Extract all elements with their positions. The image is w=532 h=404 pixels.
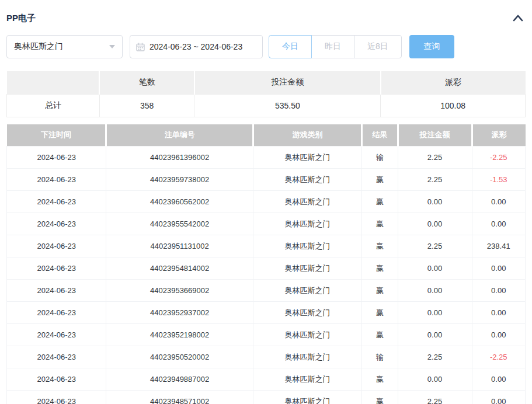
cell-game-category: 奥林匹斯之门 bbox=[253, 324, 361, 346]
table-row: 2024-06-2344023950520002奥林匹斯之门输2.25-2.25 bbox=[7, 346, 526, 368]
cell-bet-time: 2024-06-23 bbox=[7, 324, 106, 346]
table-row: 2024-06-2344023954814002奥林匹斯之门赢0.000.00 bbox=[7, 257, 526, 280]
cell-bet-amount: 2.25 bbox=[398, 391, 472, 404]
collapse-button[interactable] bbox=[510, 12, 526, 25]
cell-order-number: 44023951131002 bbox=[106, 235, 253, 257]
cell-order-number: 44023950520002 bbox=[106, 346, 253, 368]
cell-payout: 0.00 bbox=[472, 324, 526, 346]
date-range-input[interactable]: 2024-06-23 ~ 2024-06-23 bbox=[130, 35, 263, 58]
cell-order-number: 44023949887002 bbox=[106, 368, 253, 391]
tab-yesterday[interactable]: 昨日 bbox=[311, 35, 354, 58]
summary-total-label: 总计 bbox=[7, 94, 100, 117]
cell-result: 赢 bbox=[362, 235, 398, 257]
cell-payout: 0.00 bbox=[472, 391, 526, 404]
cell-bet-time: 2024-06-23 bbox=[7, 169, 106, 191]
cell-bet-time: 2024-06-23 bbox=[7, 213, 106, 235]
cell-bet-amount: 0.00 bbox=[398, 191, 472, 213]
table-row: 2024-06-2344023953669002奥林匹斯之门赢0.000.00 bbox=[7, 280, 526, 302]
cell-bet-time: 2024-06-23 bbox=[7, 191, 106, 213]
cell-order-number: 44023961396002 bbox=[106, 147, 253, 169]
search-button[interactable]: 查询 bbox=[409, 35, 454, 58]
cell-bet-amount: 0.00 bbox=[398, 280, 472, 302]
cell-result: 赢 bbox=[362, 213, 398, 235]
cell-bet-amount: 0.00 bbox=[398, 257, 472, 280]
cell-order-number: 44023952937002 bbox=[106, 302, 253, 324]
cell-bet-time: 2024-06-23 bbox=[7, 280, 106, 302]
cell-payout: 0.00 bbox=[472, 280, 526, 302]
table-row: 2024-06-2344023961396002奥林匹斯之门输2.25-2.25 bbox=[7, 147, 526, 169]
cell-payout: 0.00 bbox=[472, 302, 526, 324]
table-row: 2024-06-2344023959738002奥林匹斯之门赢2.25-1.53 bbox=[7, 169, 526, 191]
detail-header-cell: 注单编号 bbox=[106, 124, 253, 147]
cell-payout: 0.00 bbox=[472, 368, 526, 391]
table-row: 2024-06-2344023948571002奥林匹斯之门赢2.250.00 bbox=[7, 391, 526, 404]
calendar-icon bbox=[136, 43, 145, 51]
table-row: 2024-06-2344023949887002奥林匹斯之门赢0.000.00 bbox=[7, 368, 526, 391]
cell-result: 输 bbox=[362, 147, 398, 169]
detail-header-cell: 游戏类别 bbox=[253, 124, 361, 147]
table-row: 2024-06-2344023960562002奥林匹斯之门赢0.000.00 bbox=[7, 191, 526, 213]
cell-game-category: 奥林匹斯之门 bbox=[253, 213, 361, 235]
detail-header-cell: 派彩 bbox=[472, 124, 526, 147]
game-select[interactable]: 奥林匹斯之门 bbox=[6, 35, 123, 58]
cell-game-category: 奥林匹斯之门 bbox=[253, 346, 361, 368]
detail-table-body: 2024-06-2344023961396002奥林匹斯之门输2.25-2.25… bbox=[7, 147, 526, 404]
cell-bet-time: 2024-06-23 bbox=[7, 302, 106, 324]
summary-total-row: 总计 358 535.50 100.08 bbox=[7, 94, 526, 117]
cell-bet-amount: 2.25 bbox=[398, 235, 472, 257]
tab-last8days[interactable]: 近8日 bbox=[354, 35, 402, 58]
cell-order-number: 44023954814002 bbox=[106, 257, 253, 280]
cell-payout: 238.41 bbox=[472, 235, 526, 257]
table-row: 2024-06-2344023955542002奥林匹斯之门赢0.000.00 bbox=[7, 213, 526, 235]
summary-table: 笔数投注金额派彩 总计 358 535.50 100.08 bbox=[6, 71, 526, 117]
cell-payout: 0.00 bbox=[472, 191, 526, 213]
cell-order-number: 44023960562002 bbox=[106, 191, 253, 213]
cell-game-category: 奥林匹斯之门 bbox=[253, 302, 361, 324]
detail-table: 下注时间注单编号游戏类别结果投注金额派彩 2024-06-23440239613… bbox=[6, 124, 526, 404]
cell-result: 赢 bbox=[362, 280, 398, 302]
cell-bet-amount: 2.25 bbox=[398, 147, 472, 169]
cell-payout: -2.25 bbox=[472, 346, 526, 368]
cell-result: 赢 bbox=[362, 391, 398, 404]
cell-payout: -2.25 bbox=[472, 147, 526, 169]
cell-bet-time: 2024-06-23 bbox=[7, 391, 106, 404]
cell-result: 赢 bbox=[362, 169, 398, 191]
cell-bet-amount: 0.00 bbox=[398, 302, 472, 324]
table-row: 2024-06-2344023952198002奥林匹斯之门赢0.000.00 bbox=[7, 324, 526, 346]
cell-result: 赢 bbox=[362, 368, 398, 391]
cell-game-category: 奥林匹斯之门 bbox=[253, 191, 361, 213]
summary-header-row: 笔数投注金额派彩 bbox=[7, 71, 526, 94]
chevron-down-icon bbox=[109, 45, 115, 48]
cell-bet-time: 2024-06-23 bbox=[7, 235, 106, 257]
cell-order-number: 44023948571002 bbox=[106, 391, 253, 404]
detail-header-row: 下注时间注单编号游戏类别结果投注金额派彩 bbox=[7, 124, 526, 147]
cell-bet-amount: 2.25 bbox=[398, 346, 472, 368]
tab-today[interactable]: 今日 bbox=[269, 35, 312, 58]
cell-bet-time: 2024-06-23 bbox=[7, 368, 106, 391]
summary-count: 358 bbox=[99, 94, 194, 117]
cell-payout: 0.00 bbox=[472, 213, 526, 235]
chevron-up-icon bbox=[512, 14, 524, 22]
cell-bet-amount: 0.00 bbox=[398, 213, 472, 235]
cell-bet-time: 2024-06-23 bbox=[7, 346, 106, 368]
date-range-value: 2024-06-23 ~ 2024-06-23 bbox=[149, 42, 242, 51]
cell-bet-amount: 2.25 bbox=[398, 169, 472, 191]
cell-result: 赢 bbox=[362, 302, 398, 324]
panel-title: PP电子 bbox=[6, 13, 36, 24]
cell-game-category: 奥林匹斯之门 bbox=[253, 280, 361, 302]
summary-payout: 100.08 bbox=[381, 94, 526, 117]
summary-bet-amount: 535.50 bbox=[194, 94, 381, 117]
detail-header-cell: 下注时间 bbox=[7, 124, 106, 147]
cell-order-number: 44023953669002 bbox=[106, 280, 253, 302]
cell-bet-time: 2024-06-23 bbox=[7, 147, 106, 169]
cell-game-category: 奥林匹斯之门 bbox=[253, 235, 361, 257]
cell-result: 输 bbox=[362, 346, 398, 368]
cell-payout: -1.53 bbox=[472, 169, 526, 191]
cell-result: 赢 bbox=[362, 257, 398, 280]
cell-bet-amount: 0.00 bbox=[398, 324, 472, 346]
cell-bet-time: 2024-06-23 bbox=[7, 257, 106, 280]
cell-game-category: 奥林匹斯之门 bbox=[253, 169, 361, 191]
cell-bet-amount: 0.00 bbox=[398, 368, 472, 391]
game-select-value: 奥林匹斯之门 bbox=[14, 41, 109, 52]
table-row: 2024-06-2344023951131002奥林匹斯之门赢2.25238.4… bbox=[7, 235, 526, 257]
